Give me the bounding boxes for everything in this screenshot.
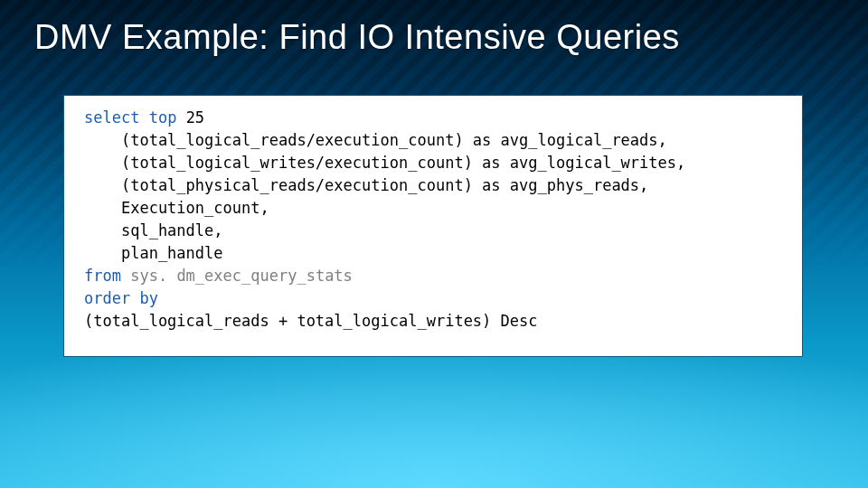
kw-select: select	[84, 108, 139, 127]
l03: (total_logical_writes/execution_count) a…	[84, 154, 685, 172]
kw-orderby: order by	[84, 289, 158, 307]
l07: plan_handle	[84, 244, 223, 262]
kw-top: top	[149, 108, 177, 127]
sql-code: select top 25 (total_logical_reads/execu…	[84, 107, 782, 333]
l05: Execution_count,	[84, 199, 269, 217]
l06: sql_handle,	[84, 221, 223, 239]
sql-code-box: select top 25 (total_logical_reads/execu…	[63, 95, 803, 357]
l02: (total_logical_reads/execution_count) as…	[84, 131, 667, 149]
kw-from: from	[84, 267, 121, 285]
l10: (total_logical_reads + total_logical_wri…	[84, 312, 538, 330]
slide: DMV Example: Find IO Intensive Queries s…	[0, 0, 868, 488]
slide-title: DMV Example: Find IO Intensive Queries	[34, 18, 850, 57]
l01-rest: 25	[176, 108, 204, 127]
l04: (total_physical_reads/execution_count) a…	[84, 176, 648, 194]
table-name: sys. dm_exec_query_stats	[130, 267, 353, 285]
